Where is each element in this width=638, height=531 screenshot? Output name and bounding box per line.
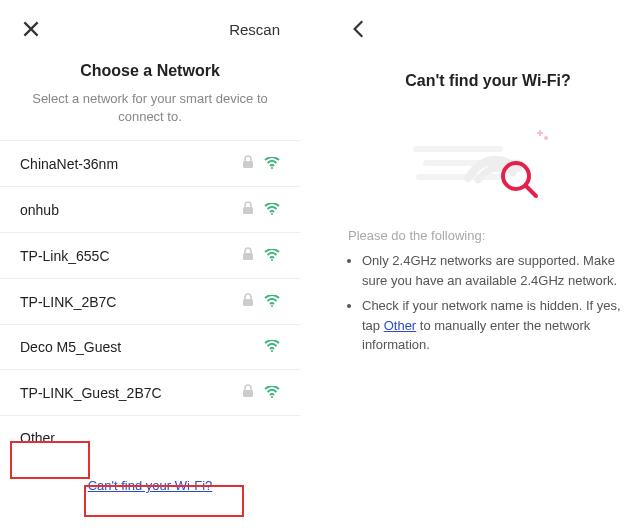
network-name: TP-LINK_Guest_2B7C [20, 385, 162, 401]
instructions-label: Please do the following: [338, 228, 638, 251]
network-row[interactable]: TP-LINK_2B7C [0, 279, 300, 325]
rescan-button[interactable]: Rescan [229, 21, 280, 38]
svg-point-7 [271, 305, 273, 307]
network-name: ChinaNet-36nm [20, 156, 118, 172]
network-name: onhub [20, 202, 59, 218]
network-list: ChinaNet-36nmonhubTP-Link_655CTP-LINK_2B… [0, 140, 300, 416]
wifi-search-illustration [408, 118, 568, 208]
topbar-right [338, 0, 638, 50]
network-row-icons [242, 247, 280, 264]
lock-icon [242, 201, 254, 218]
svg-rect-2 [243, 207, 253, 214]
other-network-row[interactable]: Other [0, 416, 300, 460]
lock-icon [242, 293, 254, 310]
lock-icon [242, 155, 254, 172]
wifi-help-screen: Can't find your Wi-Fi? Please do the fol… [338, 0, 638, 531]
network-row[interactable]: ChinaNet-36nm [0, 141, 300, 187]
page-title: Choose a Network [0, 62, 300, 80]
network-name: TP-LINK_2B7C [20, 294, 116, 310]
svg-point-16 [544, 136, 548, 140]
svg-point-3 [271, 213, 273, 215]
network-row[interactable]: TP-LINK_Guest_2B7C [0, 370, 300, 416]
network-row[interactable]: onhub [0, 187, 300, 233]
network-row-icons [242, 155, 280, 172]
svg-rect-9 [243, 390, 253, 397]
svg-rect-6 [243, 299, 253, 306]
svg-point-5 [271, 259, 273, 261]
back-icon[interactable] [348, 18, 370, 40]
svg-rect-0 [243, 161, 253, 168]
instructions-list: Only 2.4GHz networks are supported. Make… [338, 251, 638, 355]
svg-rect-13 [416, 174, 501, 180]
svg-point-10 [271, 396, 273, 398]
network-row-icons [242, 293, 280, 310]
svg-point-8 [271, 350, 273, 352]
network-row[interactable]: Deco M5_Guest [0, 325, 300, 370]
lock-icon [242, 384, 254, 401]
network-row[interactable]: TP-Link_655C [0, 233, 300, 279]
topbar: Rescan [0, 0, 300, 50]
network-name: Deco M5_Guest [20, 339, 121, 355]
wifi-signal-icon [264, 339, 280, 355]
svg-rect-4 [243, 253, 253, 260]
network-row-icons [242, 384, 280, 401]
instruction-item: Only 2.4GHz networks are supported. Make… [362, 251, 638, 290]
network-name: TP-Link_655C [20, 248, 110, 264]
wifi-signal-icon [264, 294, 280, 310]
svg-rect-11 [413, 146, 503, 152]
network-row-icons [264, 339, 280, 355]
instruction-item: Check if your network name is hidden. If… [362, 296, 638, 355]
wifi-signal-icon [264, 248, 280, 264]
network-select-screen: Rescan Choose a Network Select a network… [0, 0, 300, 531]
other-inline-link[interactable]: Other [384, 318, 417, 333]
page-subtitle: Select a network for your smart device t… [0, 80, 300, 140]
svg-point-1 [271, 167, 273, 169]
wifi-signal-icon [264, 202, 280, 218]
other-label: Other [20, 430, 55, 446]
network-row-icons [242, 201, 280, 218]
wifi-signal-icon [264, 156, 280, 172]
help-title: Can't find your Wi-Fi? [338, 72, 638, 90]
close-icon[interactable] [20, 18, 42, 40]
lock-icon [242, 247, 254, 264]
svg-line-15 [526, 186, 536, 196]
cant-find-wifi-link[interactable]: Can't find your Wi-Fi? [0, 478, 300, 493]
wifi-signal-icon [264, 385, 280, 401]
